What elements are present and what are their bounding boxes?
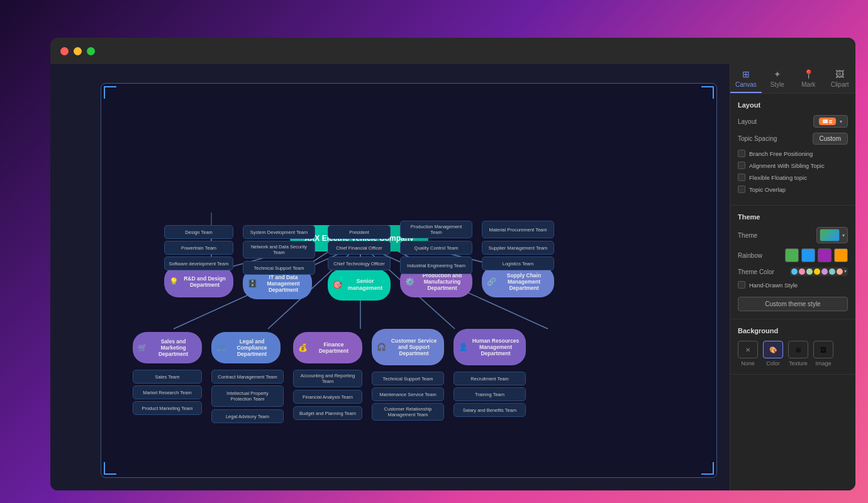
maximize-button[interactable] — [87, 47, 95, 55]
branch-free-checkbox[interactable] — [738, 150, 745, 157]
leaf-rnd-3[interactable]: Software development Team — [164, 257, 233, 270]
bg-texture-button[interactable]: ⊞ — [788, 341, 808, 358]
checkbox-branch-free: Branch Free Positioning — [738, 150, 848, 157]
dept-supply[interactable]: 🔗 Supply Chain Management Department — [482, 266, 554, 297]
custom-button[interactable]: Custom — [813, 133, 848, 145]
leaf-customer-2[interactable]: Maintenance Service Team — [372, 387, 444, 401]
leaf-legal-1[interactable]: Contract Management Team — [211, 370, 284, 384]
leaf-finance-2[interactable]: Financial Analysis Team — [293, 390, 362, 404]
background-section: Background ✕ None 🎨 Color — [730, 319, 855, 375]
leaf-it-3[interactable]: Technical Support Team — [243, 261, 315, 275]
topic-spacing-row: Topic Spacing Custom — [738, 133, 848, 145]
checkbox-alignment: Alignment With Sibling Topic — [738, 162, 848, 169]
color-dot-1 — [791, 268, 798, 275]
color-dot-2 — [799, 268, 805, 275]
dept-hr[interactable]: 👤 Human Resources Management Department — [453, 329, 526, 365]
overlap-checkbox[interactable] — [738, 185, 745, 193]
leaf-legal-3[interactable]: Legal Advisory Team — [211, 409, 284, 423]
canvas-area[interactable]: XXX Electric Vehicle Company 💡 R&D and D… — [50, 64, 730, 490]
leaf-sales-2[interactable]: Market Research Team — [133, 385, 202, 399]
leaf-hr-2[interactable]: Training Team — [453, 387, 526, 401]
bg-image-button[interactable]: 🖼 — [813, 341, 833, 358]
panel-tabs: ⊞ Canvas ✦ Style 📍 Mark 🖼 Clipart — [730, 64, 855, 94]
dept-senior[interactable]: 🎯 Senior management — [328, 269, 391, 301]
layout-chevron: ▾ — [840, 119, 842, 124]
swatch-green[interactable] — [785, 248, 799, 262]
dept-rnd[interactable]: 💡 R&D and Design Department — [164, 266, 233, 297]
alignment-checkbox[interactable] — [738, 162, 745, 169]
tab-style[interactable]: ✦ Style — [762, 64, 793, 93]
close-button[interactable] — [60, 47, 69, 55]
minimize-button[interactable] — [74, 47, 82, 55]
leaf-customer-1[interactable]: Technical Support Team — [372, 372, 444, 385]
leaf-rnd-2[interactable]: Powertrain Team — [164, 241, 233, 255]
leaf-legal-2[interactable]: Intellectual Property Protection Team — [211, 385, 284, 407]
theme-color-row: Theme Color ▾ — [738, 267, 848, 276]
dept-legal[interactable]: ⚖️ Legal and Compliance Department — [211, 332, 281, 363]
flexible-label: Flexible Floating topic — [749, 174, 807, 181]
right-panel: ⊞ Canvas ✦ Style 📍 Mark 🖼 Clipart L — [730, 64, 855, 490]
bg-none-label: None — [741, 360, 755, 367]
leaf-senior-2[interactable]: Chief Financial Officer — [328, 241, 391, 255]
main-content: XXX Electric Vehicle Company 💡 R&D and D… — [50, 64, 855, 490]
leaf-senior-3[interactable]: Chief Technology Officer — [328, 257, 391, 270]
tab-canvas[interactable]: ⊞ Canvas — [730, 64, 762, 93]
leaf-it-2[interactable]: Network and Data Security Team — [243, 241, 315, 258]
topic-spacing-label: Topic Spacing — [738, 135, 777, 142]
overlap-label: Topic Overlap — [749, 186, 786, 193]
leaf-supply-1[interactable]: Material Procurement Team — [482, 221, 554, 238]
leaf-supply-2[interactable]: Supplier Management Team — [482, 241, 554, 255]
leaf-customer-3[interactable]: Customer Relationship Management Team — [372, 403, 444, 421]
bg-none-button[interactable]: ✕ — [738, 341, 758, 358]
theme-dropdown[interactable]: ▾ — [816, 227, 848, 243]
theme-row: Theme ▾ — [738, 227, 848, 243]
layout-title: Layout — [738, 101, 848, 109]
swatch-purple[interactable] — [818, 248, 832, 262]
leaf-finance-1[interactable]: Accounting and Reporting Team — [293, 370, 362, 387]
leaf-it-1[interactable]: System Development Team — [243, 225, 315, 239]
dept-finance[interactable]: 💰 Finance Department — [293, 332, 362, 363]
canvas-icon: ⊞ — [742, 69, 750, 79]
color-strip[interactable]: ▾ — [790, 267, 848, 276]
bg-color-label: Color — [766, 360, 780, 367]
leaf-finance-3[interactable]: Budget and Planning Team — [293, 406, 362, 420]
hand-drawn-row: Hand-Drawn Style — [738, 281, 848, 289]
flexible-checkbox[interactable] — [738, 174, 745, 181]
alignment-label: Alignment With Sibling Topic — [749, 162, 825, 169]
leaf-rnd-1[interactable]: Design Team — [164, 225, 233, 239]
leaf-sales-3[interactable]: Product Marketing Team — [133, 401, 202, 415]
rainbow-swatches — [785, 248, 848, 262]
dept-customer[interactable]: 🎧 Customer Service and Support Departmen… — [372, 329, 444, 365]
theme-section: Theme Theme ▾ Rainbow — [730, 206, 855, 319]
theme-preview — [820, 229, 840, 241]
layout-icon — [819, 118, 836, 125]
app-window: XXX Electric Vehicle Company 💡 R&D and D… — [50, 38, 855, 490]
bg-color-button[interactable]: 🎨 — [763, 341, 783, 358]
leaf-hr-1[interactable]: Recruitment Team — [453, 372, 526, 385]
layout-dropdown[interactable]: ▾ — [813, 115, 848, 128]
theme-chevron: ▾ — [842, 233, 845, 238]
rainbow-label: Rainbow — [738, 252, 762, 259]
leaf-prod-2[interactable]: Quality Control Team — [400, 241, 472, 255]
custom-theme-button[interactable]: Custom theme style — [738, 297, 848, 311]
color-dot-4 — [814, 268, 820, 275]
swatch-blue[interactable] — [801, 248, 815, 262]
leaf-senior-1[interactable]: President — [328, 225, 391, 239]
dept-sales[interactable]: 🛒 Sales and Marketing Department — [133, 332, 202, 363]
layout-section: Layout Layout ▾ — [730, 94, 855, 206]
color-dot-7 — [837, 268, 843, 275]
leaf-sales-1[interactable]: Sales Team — [133, 370, 202, 384]
tab-clipart[interactable]: 🖼 Clipart — [824, 64, 855, 93]
leaf-supply-3[interactable]: Logistics Team — [482, 257, 554, 270]
leaf-hr-3[interactable]: Salary and Benefits Team — [453, 403, 526, 417]
style-icon: ✦ — [774, 69, 781, 79]
hand-drawn-checkbox[interactable] — [738, 281, 745, 289]
tab-mark[interactable]: 📍 Mark — [793, 64, 825, 93]
theme-title: Theme — [738, 213, 848, 221]
titlebar — [50, 38, 855, 64]
leaf-prod-1[interactable]: Production Management Team — [400, 221, 472, 238]
leaf-prod-3[interactable]: Industrial Engineering Team — [400, 257, 472, 274]
layout-label: Layout — [738, 118, 757, 125]
swatch-orange[interactable] — [834, 248, 848, 262]
checkbox-flexible: Flexible Floating topic — [738, 174, 848, 181]
